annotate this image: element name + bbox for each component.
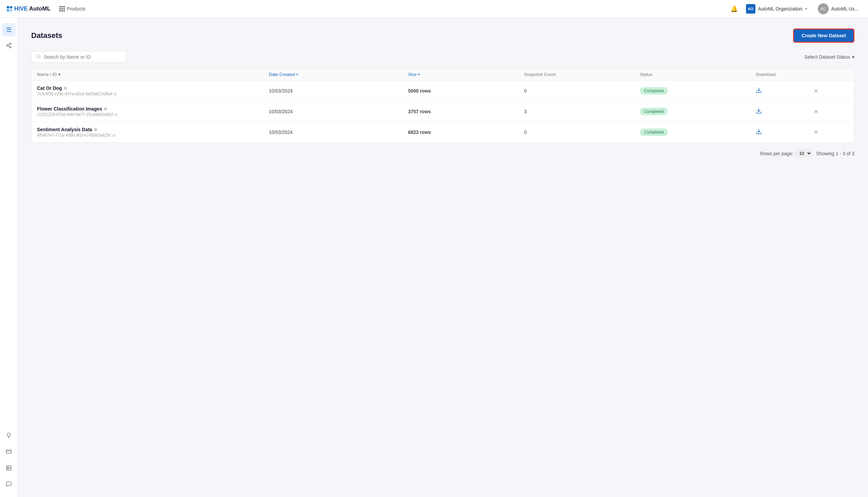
status-badge: Completed [640,108,668,115]
svg-line-12 [40,57,41,58]
create-dataset-button[interactable]: Create New Dataset [793,28,854,43]
products-label: Products [67,6,85,12]
search-box [31,51,126,63]
logo-icon [7,6,12,12]
copy-id-icon[interactable]: ⧉ [113,133,115,138]
dataset-name-cell: Flower Classification Images ⧉ c2251219-… [37,106,269,117]
chevron-down-icon: ▾ [805,7,807,11]
app-name: HIVE AutoML [14,5,51,12]
page-title: Datasets [31,31,62,40]
search-input[interactable] [44,54,121,60]
status-cell: Completed [640,108,756,115]
col-header-size[interactable]: Size ▾ [408,72,524,77]
col-header-snapshot: Snapshot Count [524,72,640,77]
svg-point-2 [10,46,11,48]
download-button[interactable] [756,87,814,95]
status-badge: Completed [640,128,668,136]
org-button[interactable]: AO AutoML Organization ▾ [743,3,810,15]
org-name: AutoML Organization [758,6,802,12]
share-icon [6,42,12,50]
size-cell: 5000 rows [408,88,524,94]
toolbar: Select Dataset Status ▾ [31,51,854,63]
col-header-download: Download [756,72,814,77]
dataset-name-cell: Sentiment Analysis Data ⧉ 4f5407e7-771e-… [37,127,269,138]
download-button[interactable] [756,108,814,116]
delete-button[interactable]: ✕ [814,88,849,94]
table-row: Cat Or Dog ⧉ 7c3c9f35-c29c-447a-a2cd-3a0… [31,81,854,101]
products-button[interactable]: Products [56,4,89,14]
user-name: AutoML Us... [831,6,858,12]
status-filter[interactable]: Select Dataset Status ▾ [804,54,854,60]
copy-id-icon[interactable]: ⧉ [114,92,117,96]
rows-per-page-label: Rows per page: [760,151,793,156]
copy-name-icon[interactable]: ⧉ [64,86,67,90]
nav-right: 🔔 AO AutoML Organization ▾ AU AutoML Us.… [730,2,861,16]
sidebar-item-menu[interactable]: ☰ [2,23,16,37]
avatar: AU [818,3,829,14]
grid-icon [59,6,65,12]
col-header-status: Status [640,72,756,77]
pagination: Rows per page: 10 25 50 Showing 1 - 3 of… [31,150,854,157]
search-icon [36,54,41,60]
rows-per-page: Rows per page: 10 25 50 [760,150,812,157]
main-content: Datasets Create New Dataset Select Datas… [18,18,868,168]
size-cell: 3757 rows [408,109,524,114]
date-cell: 10/03/2024 [269,129,408,135]
svg-point-1 [6,44,8,46]
org-icon: AO [746,4,755,14]
page-header: Datasets Create New Dataset [31,28,854,43]
size-cell: 6823 rows [408,129,524,135]
download-button[interactable] [756,128,814,136]
copy-id-icon[interactable]: ⧉ [115,113,117,117]
status-badge: Completed [640,87,668,95]
date-cell: 10/03/2024 [269,109,408,114]
datasets-table: Name / ID ▾ Date Created ▾ Size ▾ Snapsh… [31,68,854,143]
notifications-icon[interactable]: 🔔 [730,5,738,13]
col-header-name: Name / ID ▾ [37,72,269,77]
svg-point-0 [10,43,11,44]
rows-per-page-select[interactable]: 10 25 50 [795,150,812,157]
status-cell: Completed [640,87,756,95]
sort-icon: ▾ [418,73,420,76]
user-button[interactable]: AU AutoML Us... [815,2,861,16]
snapshot-cell: 3 [524,109,640,114]
menu-icon: ☰ [6,26,12,33]
col-header-delete [814,72,849,77]
snapshot-cell: 0 [524,88,640,94]
showing-label: Showing 1 - 3 of 3 [816,151,854,156]
table-row: Sentiment Analysis Data ⧉ 4f5407e7-771e-… [31,122,854,142]
status-cell: Completed [640,128,756,136]
sidebar: ☰ [0,18,18,168]
svg-line-4 [8,44,10,45]
snapshot-cell: 0 [524,129,640,135]
sort-arrow-icon: ▾ [58,72,61,77]
nav-left: HIVE AutoML Products [7,4,89,14]
copy-name-icon[interactable]: ⧉ [104,107,107,111]
svg-point-11 [37,55,40,58]
app-logo[interactable]: HIVE AutoML [7,5,51,12]
table-header: Name / ID ▾ Date Created ▾ Size ▾ Snapsh… [31,69,854,81]
col-header-date[interactable]: Date Created ▾ [269,72,408,77]
status-filter-label: Select Dataset Status [804,54,850,60]
sort-icon: ▾ [296,73,298,76]
top-navigation: HIVE AutoML Products 🔔 AO AutoML Organiz… [0,0,868,18]
svg-line-3 [8,46,10,47]
copy-name-icon[interactable]: ⧉ [94,127,97,132]
delete-button[interactable]: ✕ [814,109,849,115]
date-cell: 10/03/2024 [269,88,408,94]
chevron-down-icon: ▾ [852,54,854,60]
delete-button[interactable]: ✕ [814,129,849,136]
dataset-name-cell: Cat Or Dog ⧉ 7c3c9f35-c29c-447a-a2cd-3a0… [37,85,269,96]
table-row: Flower Classification Images ⧉ c2251219-… [31,101,854,122]
sidebar-item-share[interactable] [2,39,16,53]
